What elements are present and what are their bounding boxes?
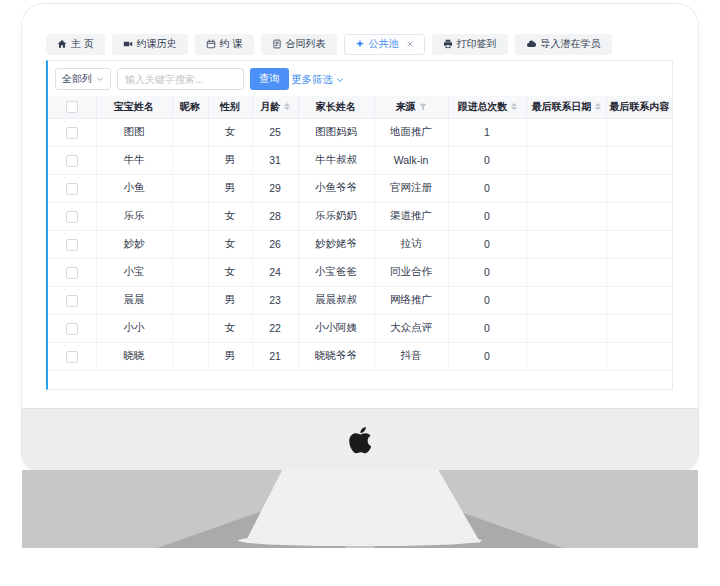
table-row: 晓晓男21晓晓爷爷抖音0 xyxy=(48,342,672,370)
cell-babyName: 晓晓 xyxy=(96,342,172,370)
sort-icon[interactable] xyxy=(511,103,517,110)
tab-booking[interactable]: 约 课 xyxy=(195,34,254,55)
cell-source: 网络推广 xyxy=(374,286,448,314)
tab-public-pool[interactable]: 公共池 xyxy=(344,34,425,55)
cell-nickname xyxy=(172,146,208,174)
home-icon xyxy=(57,39,67,49)
cell-source: 地面推广 xyxy=(374,118,448,146)
cell-lastContactDate xyxy=(526,286,606,314)
column-header-followUps[interactable]: 跟进总次数 xyxy=(448,96,526,118)
desktop-background: 主 页约课历史约 课合同列表公共池打印签到导入潜在学员 全部列 查询 更多筛选 xyxy=(0,0,720,586)
table-header-row: 宝宝姓名昵称性别月龄家长姓名来源跟进总次数最后联系日期最后联系内容 xyxy=(48,96,672,118)
chevron-down-icon xyxy=(336,76,344,84)
column-header-check[interactable] xyxy=(48,96,96,118)
cell-babyName: 小小 xyxy=(96,314,172,342)
cell-check xyxy=(48,258,96,286)
cell-lastContactContent xyxy=(606,342,672,370)
tab-import-leads[interactable]: 导入潜在学员 xyxy=(515,34,612,55)
cell-check xyxy=(48,202,96,230)
cell-lastContactDate xyxy=(526,342,606,370)
row-checkbox[interactable] xyxy=(66,211,78,223)
cell-babyName: 牛牛 xyxy=(96,146,172,174)
select-all-checkbox[interactable] xyxy=(66,101,78,113)
column-filter-value: 全部列 xyxy=(62,72,92,86)
tab-booking-history[interactable]: 约课历史 xyxy=(112,34,188,55)
more-filters-link[interactable]: 更多筛选 xyxy=(291,73,344,87)
row-checkbox[interactable] xyxy=(66,351,78,363)
column-header-monthAge[interactable]: 月龄 xyxy=(252,96,298,118)
cell-monthAge: 22 xyxy=(252,314,298,342)
cell-nickname xyxy=(172,118,208,146)
column-label: 最后联系内容 xyxy=(609,100,669,114)
pool-icon xyxy=(355,39,365,49)
cell-followUps: 0 xyxy=(448,286,526,314)
cell-monthAge: 25 xyxy=(252,118,298,146)
cell-followUps: 1 xyxy=(448,118,526,146)
column-header-parentName: 家长姓名 xyxy=(298,96,374,118)
tab-label: 主 页 xyxy=(71,37,94,51)
column-header-gender: 性别 xyxy=(208,96,252,118)
column-label: 昵称 xyxy=(180,100,200,114)
contract-icon xyxy=(272,39,282,49)
cell-lastContactDate xyxy=(526,314,606,342)
sort-icon[interactable] xyxy=(284,103,290,110)
column-filter-select[interactable]: 全部列 xyxy=(55,68,111,90)
tab-contract-list[interactable]: 合同列表 xyxy=(261,34,337,55)
row-checkbox[interactable] xyxy=(66,295,78,307)
column-label: 性别 xyxy=(220,100,240,114)
cell-babyName: 妙妙 xyxy=(96,230,172,258)
search-button[interactable]: 查询 xyxy=(250,68,289,90)
cell-source: 渠道推广 xyxy=(374,202,448,230)
cell-check xyxy=(48,286,96,314)
cell-monthAge: 23 xyxy=(252,286,298,314)
cell-monthAge: 26 xyxy=(252,230,298,258)
history-icon xyxy=(123,39,133,49)
table-header: 宝宝姓名昵称性别月龄家长姓名来源跟进总次数最后联系日期最后联系内容 xyxy=(48,96,672,118)
row-checkbox[interactable] xyxy=(66,127,78,139)
cell-followUps: 0 xyxy=(448,258,526,286)
table-row: 妙妙女26妙妙姥爷拉访0 xyxy=(48,230,672,258)
close-icon[interactable] xyxy=(406,40,414,48)
cell-nickname xyxy=(172,342,208,370)
cell-followUps: 0 xyxy=(448,146,526,174)
cell-parentName: 图图妈妈 xyxy=(298,118,374,146)
filter-funnel-icon[interactable] xyxy=(419,103,427,111)
column-header-lastContactDate[interactable]: 最后联系日期 xyxy=(526,96,606,118)
keyword-search-input[interactable] xyxy=(117,68,244,90)
row-checkbox[interactable] xyxy=(66,323,78,335)
cell-lastContactDate xyxy=(526,174,606,202)
cell-monthAge: 24 xyxy=(252,258,298,286)
table-row: 图图女25图图妈妈地面推广1 xyxy=(48,118,672,146)
row-checkbox[interactable] xyxy=(66,183,78,195)
cell-gender: 女 xyxy=(208,314,252,342)
monitor-stand xyxy=(22,470,698,548)
cell-gender: 女 xyxy=(208,202,252,230)
column-label: 宝宝姓名 xyxy=(114,100,154,114)
cell-lastContactDate xyxy=(526,118,606,146)
sort-icon[interactable] xyxy=(595,103,601,110)
cell-followUps: 0 xyxy=(448,230,526,258)
row-checkbox[interactable] xyxy=(66,267,78,279)
calendar-icon xyxy=(206,39,216,49)
cell-babyName: 乐乐 xyxy=(96,202,172,230)
cell-nickname xyxy=(172,174,208,202)
cell-nickname xyxy=(172,258,208,286)
tab-print-signin[interactable]: 打印签到 xyxy=(432,34,508,55)
row-checkbox[interactable] xyxy=(66,155,78,167)
cell-parentName: 小小阿姨 xyxy=(298,314,374,342)
cell-gender: 女 xyxy=(208,230,252,258)
table-row: 牛牛男31牛牛叔叔Walk-in0 xyxy=(48,146,672,174)
table-row: 小宝女24小宝爸爸同业合作0 xyxy=(48,258,672,286)
table-row: 乐乐女28乐乐奶奶渠道推广0 xyxy=(48,202,672,230)
monitor-frame: 主 页约课历史约 课合同列表公共池打印签到导入潜在学员 全部列 查询 更多筛选 xyxy=(22,4,698,470)
row-checkbox[interactable] xyxy=(66,239,78,251)
cell-followUps: 0 xyxy=(448,314,526,342)
column-label: 月龄 xyxy=(261,100,281,114)
cell-parentName: 小鱼爷爷 xyxy=(298,174,374,202)
tab-label: 导入潜在学员 xyxy=(541,37,601,51)
cell-babyName: 晨晨 xyxy=(96,286,172,314)
column-header-source[interactable]: 来源 xyxy=(374,96,448,118)
cell-parentName: 妙妙姥爷 xyxy=(298,230,374,258)
tab-home[interactable]: 主 页 xyxy=(46,34,105,55)
cell-lastContactContent xyxy=(606,314,672,342)
